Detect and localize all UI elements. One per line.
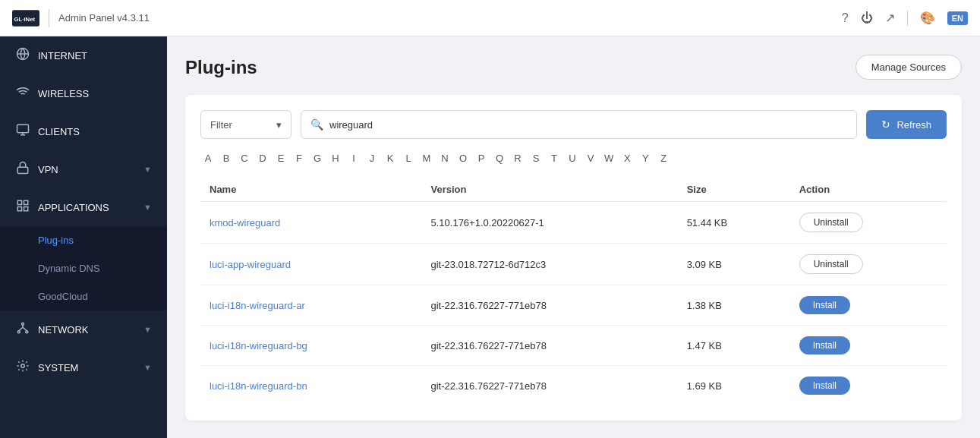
- alpha-p[interactable]: P: [474, 151, 489, 165]
- table-row: luci-app-wireguardgit-23.018.72712-6d712…: [200, 244, 947, 285]
- manage-sources-button[interactable]: Manage Sources: [856, 55, 962, 80]
- alpha-a[interactable]: A: [200, 151, 216, 165]
- topbar-title: Admin Panel v4.3.11: [58, 12, 150, 24]
- table-row: kmod-wireguard5.10.176+1.0.20220627-151.…: [200, 202, 947, 244]
- uninstall-button[interactable]: Uninstall: [799, 213, 863, 232]
- plugin-version: git-22.316.76227-771eb78: [421, 326, 677, 366]
- sidebar-item-plugins[interactable]: Plug-ins: [0, 226, 167, 254]
- plugin-table: Name Version Size Action kmod-wireguard5…: [200, 178, 947, 405]
- alpha-z[interactable]: Z: [656, 151, 671, 165]
- power-icon[interactable]: ⏻: [861, 11, 873, 25]
- alpha-b[interactable]: B: [219, 151, 234, 165]
- sidebar-network-label: NETWORK: [38, 324, 136, 336]
- network-arrow-icon: ▼: [143, 325, 152, 334]
- plugin-version: git-23.018.72712-6d712c3: [421, 244, 677, 285]
- alpha-l[interactable]: L: [401, 151, 416, 165]
- refresh-icon: ↻: [881, 118, 890, 131]
- table-row: luci-i18n-wireguard-argit-22.316.76227-7…: [200, 285, 947, 326]
- network-icon: [15, 321, 30, 338]
- sidebar-internet-label: INTERNET: [38, 50, 152, 61]
- internet-icon: [15, 47, 30, 64]
- applications-icon: [15, 199, 30, 216]
- toolbar: Filter ▾ 🔍 ↻ Refresh: [200, 110, 947, 139]
- svg-rect-6: [24, 200, 28, 204]
- alpha-d[interactable]: D: [255, 151, 270, 165]
- page-header: Plug-ins Manage Sources: [185, 55, 962, 80]
- alpha-q[interactable]: Q: [492, 151, 507, 165]
- sidebar-item-goodcloud[interactable]: GoodCloud: [0, 282, 167, 310]
- alpha-e[interactable]: E: [273, 151, 288, 165]
- sidebar-applications-label: APPLICATIONS: [38, 202, 136, 213]
- svg-rect-7: [17, 207, 21, 211]
- install-button[interactable]: Install: [799, 296, 850, 314]
- svg-point-12: [21, 364, 25, 368]
- table-row: luci-i18n-wireguard-bngit-22.316.76227-7…: [200, 366, 947, 406]
- lang-badge[interactable]: EN: [947, 11, 968, 25]
- wireless-icon: [15, 85, 30, 102]
- alpha-s[interactable]: S: [528, 151, 544, 165]
- sidebar-item-wireless[interactable]: WIRELESS: [0, 74, 167, 112]
- logout-icon[interactable]: ↗: [885, 11, 895, 25]
- plugin-panel: Filter ▾ 🔍 ↻ Refresh ABCDEFGHIJKLMNOPQRS…: [185, 95, 962, 421]
- plugin-name-link[interactable]: kmod-wireguard: [210, 217, 280, 228]
- col-name: Name: [200, 178, 421, 202]
- sidebar-sub-menu: Plug-ins Dynamic DNS GoodCloud: [0, 226, 167, 310]
- sidebar-wireless-label: WIRELESS: [38, 88, 152, 99]
- svg-rect-3: [17, 124, 29, 133]
- alpha-k[interactable]: K: [383, 151, 398, 165]
- install-button[interactable]: Install: [799, 377, 850, 395]
- alpha-v[interactable]: V: [583, 151, 598, 165]
- sidebar-item-network[interactable]: NETWORK ▼: [0, 310, 167, 348]
- help-icon[interactable]: ?: [842, 11, 849, 25]
- refresh-label: Refresh: [896, 119, 931, 131]
- table-row: luci-i18n-wireguard-bggit-22.316.76227-7…: [200, 326, 947, 366]
- alpha-n[interactable]: N: [437, 151, 452, 165]
- plugin-size: 51.44 KB: [678, 202, 790, 244]
- sidebar-item-ddns[interactable]: Dynamic DNS: [0, 254, 167, 282]
- sidebar-item-vpn[interactable]: VPN ▼: [0, 150, 167, 188]
- plugin-name-link[interactable]: luci-i18n-wireguard-bg: [210, 340, 307, 351]
- sidebar-item-internet[interactable]: INTERNET: [0, 36, 167, 74]
- clients-icon: [15, 123, 30, 140]
- alpha-x[interactable]: X: [619, 151, 635, 165]
- alpha-g[interactable]: G: [310, 151, 325, 165]
- alpha-c[interactable]: C: [237, 151, 252, 165]
- sidebar-item-applications[interactable]: APPLICATIONS ▼: [0, 188, 167, 226]
- alpha-j[interactable]: J: [364, 151, 380, 165]
- svg-point-11: [26, 331, 28, 333]
- theme-icon[interactable]: 🎨: [920, 11, 935, 25]
- plugin-name-link[interactable]: luci-app-wireguard: [210, 259, 291, 270]
- alpha-h[interactable]: H: [328, 151, 343, 165]
- alpha-i[interactable]: I: [346, 151, 361, 165]
- svg-text:GL·iNet: GL·iNet: [14, 15, 35, 22]
- alpha-m[interactable]: M: [419, 151, 434, 165]
- alpha-f[interactable]: F: [291, 151, 307, 165]
- svg-point-10: [17, 331, 20, 333]
- plugin-name-link[interactable]: luci-i18n-wireguard-ar: [210, 300, 305, 311]
- alpha-u[interactable]: U: [565, 151, 580, 165]
- alpha-w[interactable]: W: [601, 151, 616, 165]
- sidebar-clients-label: CLIENTS: [38, 126, 152, 137]
- plugin-version: git-22.316.76227-771eb78: [421, 285, 677, 326]
- sidebar-item-clients[interactable]: CLIENTS: [0, 112, 167, 150]
- plugin-version: git-22.316.76227-771eb78: [421, 366, 677, 406]
- filter-select[interactable]: Filter ▾: [200, 110, 291, 139]
- topbar: GL·iNet Admin Panel v4.3.11 ? ⏻ ↗ 🎨 EN: [0, 0, 980, 36]
- search-input[interactable]: [329, 119, 847, 131]
- plugin-size: 3.09 KB: [678, 244, 790, 285]
- alpha-y[interactable]: Y: [638, 151, 653, 165]
- alpha-o[interactable]: O: [455, 151, 471, 165]
- search-icon: 🔍: [310, 118, 323, 131]
- alphabet-nav: ABCDEFGHIJKLMNOPQRSTUVWXYZ: [200, 151, 947, 165]
- uninstall-button[interactable]: Uninstall: [799, 254, 863, 274]
- alpha-r[interactable]: R: [510, 151, 525, 165]
- page-title: Plug-ins: [185, 57, 257, 78]
- sidebar-item-system[interactable]: SYSTEM ▼: [0, 348, 167, 386]
- sidebar-vpn-label: VPN: [38, 164, 136, 175]
- install-button[interactable]: Install: [799, 336, 850, 354]
- col-size: Size: [678, 178, 790, 202]
- plugin-name-link[interactable]: luci-i18n-wireguard-bn: [210, 380, 307, 392]
- alpha-t[interactable]: T: [547, 151, 562, 165]
- search-box: 🔍: [301, 110, 857, 139]
- refresh-button[interactable]: ↻ Refresh: [866, 110, 947, 139]
